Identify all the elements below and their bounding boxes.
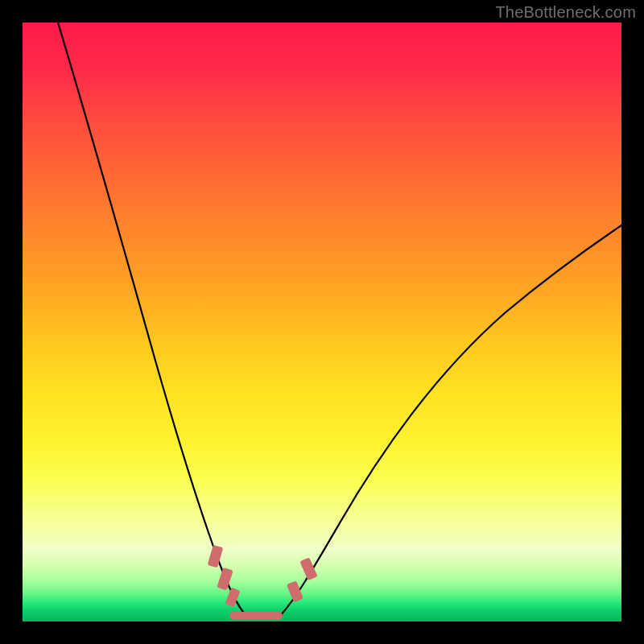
- left-curve: [58, 23, 246, 616]
- right-tick-group: [287, 557, 318, 602]
- svg-rect-4: [299, 557, 317, 580]
- right-curve: [280, 225, 621, 616]
- curve-layer: [23, 23, 621, 621]
- left-tick-group: [208, 545, 241, 608]
- watermark-text: TheBottleneck.com: [495, 3, 636, 22]
- plot-area: [23, 23, 621, 621]
- svg-rect-1: [217, 568, 233, 591]
- svg-rect-3: [287, 580, 303, 602]
- chart-frame: TheBottleneck.com: [0, 0, 644, 644]
